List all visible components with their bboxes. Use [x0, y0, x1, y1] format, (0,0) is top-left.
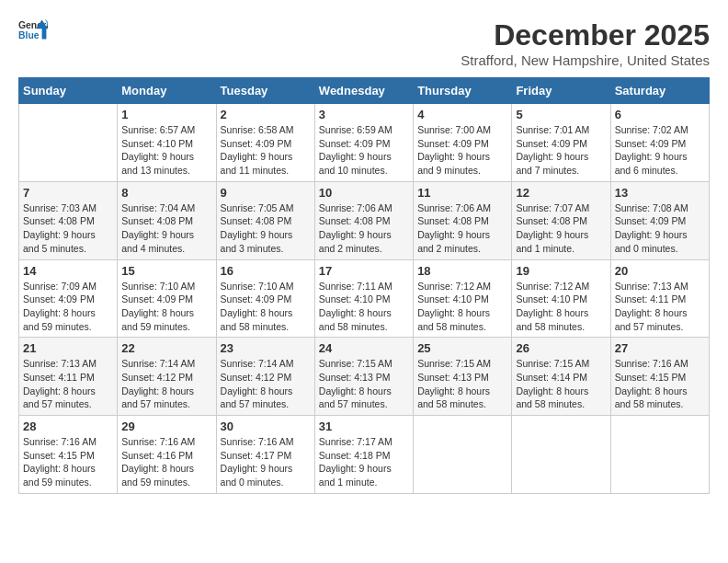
day-number: 27 [615, 341, 705, 355]
day-number: 22 [121, 341, 211, 355]
day-number: 11 [417, 186, 507, 200]
header-thursday: Thursday [414, 78, 512, 104]
day-number: 26 [516, 341, 606, 355]
day-cell: 29Sunrise: 7:16 AM Sunset: 4:16 PM Dayli… [118, 416, 216, 494]
day-cell: 25Sunrise: 7:15 AM Sunset: 4:13 PM Dayli… [414, 338, 512, 416]
day-info: Sunrise: 7:10 AM Sunset: 4:09 PM Dayligh… [121, 280, 211, 334]
day-number: 4 [417, 108, 507, 121]
day-info: Sunrise: 7:12 AM Sunset: 4:10 PM Dayligh… [417, 280, 507, 334]
day-cell: 15Sunrise: 7:10 AM Sunset: 4:09 PM Dayli… [118, 259, 216, 338]
day-number: 12 [516, 186, 606, 200]
day-cell: 14Sunrise: 7:09 AM Sunset: 4:09 PM Dayli… [19, 259, 118, 338]
day-info: Sunrise: 7:14 AM Sunset: 4:12 PM Dayligh… [121, 357, 211, 411]
day-number: 1 [121, 108, 211, 121]
day-number: 23 [221, 341, 311, 355]
day-cell: 8Sunrise: 7:04 AM Sunset: 4:08 PM Daylig… [118, 181, 216, 259]
day-cell: 20Sunrise: 7:13 AM Sunset: 4:11 PM Dayli… [610, 259, 709, 338]
day-cell: 1Sunrise: 6:57 AM Sunset: 4:10 PM Daylig… [118, 104, 216, 182]
day-info: Sunrise: 6:58 AM Sunset: 4:09 PM Dayligh… [221, 123, 311, 178]
day-number: 20 [615, 264, 705, 278]
day-number: 8 [121, 186, 211, 200]
header: General Blue December 2025 Strafford, Ne… [18, 18, 710, 68]
header-friday: Friday [512, 78, 610, 104]
day-cell: 26Sunrise: 7:15 AM Sunset: 4:14 PM Dayli… [512, 338, 610, 416]
day-info: Sunrise: 7:14 AM Sunset: 4:12 PM Dayligh… [221, 357, 311, 411]
day-number: 25 [417, 341, 507, 355]
day-info: Sunrise: 7:13 AM Sunset: 4:11 PM Dayligh… [615, 280, 705, 334]
day-info: Sunrise: 7:12 AM Sunset: 4:10 PM Dayligh… [516, 280, 606, 334]
day-number: 5 [516, 108, 606, 121]
svg-text:Blue: Blue [18, 30, 40, 40]
day-number: 18 [417, 264, 507, 278]
day-info: Sunrise: 6:57 AM Sunset: 4:10 PM Dayligh… [121, 123, 211, 178]
day-number: 28 [23, 419, 113, 433]
day-cell [414, 416, 512, 494]
day-number: 17 [319, 264, 409, 278]
day-cell: 2Sunrise: 6:58 AM Sunset: 4:09 PM Daylig… [216, 104, 314, 182]
header-tuesday: Tuesday [216, 78, 314, 104]
day-info: Sunrise: 7:08 AM Sunset: 4:09 PM Dayligh… [615, 201, 705, 256]
logo: General Blue [18, 18, 48, 44]
day-info: Sunrise: 7:16 AM Sunset: 4:15 PM Dayligh… [23, 435, 113, 489]
day-cell: 4Sunrise: 7:00 AM Sunset: 4:09 PM Daylig… [414, 104, 512, 182]
day-cell: 18Sunrise: 7:12 AM Sunset: 4:10 PM Dayli… [414, 259, 512, 338]
location-title: Strafford, New Hampshire, United States [461, 52, 710, 68]
day-cell: 24Sunrise: 7:15 AM Sunset: 4:13 PM Dayli… [314, 338, 413, 416]
day-info: Sunrise: 7:03 AM Sunset: 4:08 PM Dayligh… [23, 201, 113, 256]
day-cell: 5Sunrise: 7:01 AM Sunset: 4:09 PM Daylig… [512, 104, 610, 182]
day-info: Sunrise: 7:15 AM Sunset: 4:13 PM Dayligh… [319, 357, 409, 411]
header-saturday: Saturday [610, 78, 709, 104]
title-area: December 2025 Strafford, New Hampshire, … [461, 18, 710, 68]
day-cell: 16Sunrise: 7:10 AM Sunset: 4:09 PM Dayli… [216, 259, 314, 338]
day-number: 2 [221, 108, 311, 121]
month-title: December 2025 [461, 18, 710, 52]
day-cell: 3Sunrise: 6:59 AM Sunset: 4:09 PM Daylig… [314, 104, 413, 182]
day-number: 15 [121, 264, 211, 278]
day-cell [610, 416, 709, 494]
day-info: Sunrise: 7:01 AM Sunset: 4:09 PM Dayligh… [516, 123, 606, 178]
day-number: 7 [23, 186, 113, 200]
day-info: Sunrise: 7:00 AM Sunset: 4:09 PM Dayligh… [417, 123, 507, 178]
week-row-3: 14Sunrise: 7:09 AM Sunset: 4:09 PM Dayli… [19, 259, 710, 338]
week-row-2: 7Sunrise: 7:03 AM Sunset: 4:08 PM Daylig… [19, 181, 710, 259]
day-cell: 6Sunrise: 7:02 AM Sunset: 4:09 PM Daylig… [610, 104, 709, 182]
day-info: Sunrise: 7:02 AM Sunset: 4:09 PM Dayligh… [615, 123, 705, 178]
day-number: 31 [319, 419, 409, 433]
day-cell: 23Sunrise: 7:14 AM Sunset: 4:12 PM Dayli… [216, 338, 314, 416]
day-info: Sunrise: 7:16 AM Sunset: 4:16 PM Dayligh… [121, 435, 211, 489]
day-cell [19, 104, 118, 182]
day-cell: 9Sunrise: 7:05 AM Sunset: 4:08 PM Daylig… [216, 181, 314, 259]
calendar-table: SundayMondayTuesdayWednesdayThursdayFrid… [18, 77, 710, 494]
day-cell: 11Sunrise: 7:06 AM Sunset: 4:08 PM Dayli… [414, 181, 512, 259]
day-number: 16 [221, 264, 311, 278]
day-cell [512, 416, 610, 494]
day-info: Sunrise: 7:09 AM Sunset: 4:09 PM Dayligh… [23, 280, 113, 334]
week-row-4: 21Sunrise: 7:13 AM Sunset: 4:11 PM Dayli… [19, 338, 710, 416]
logo-icon: General Blue [18, 18, 48, 44]
day-cell: 19Sunrise: 7:12 AM Sunset: 4:10 PM Dayli… [512, 259, 610, 338]
day-info: Sunrise: 7:13 AM Sunset: 4:11 PM Dayligh… [23, 357, 113, 411]
day-info: Sunrise: 7:10 AM Sunset: 4:09 PM Dayligh… [221, 280, 311, 334]
day-info: Sunrise: 7:15 AM Sunset: 4:14 PM Dayligh… [516, 357, 606, 411]
header-sunday: Sunday [19, 78, 118, 104]
day-cell: 28Sunrise: 7:16 AM Sunset: 4:15 PM Dayli… [19, 416, 118, 494]
day-info: Sunrise: 7:15 AM Sunset: 4:13 PM Dayligh… [417, 357, 507, 411]
day-number: 21 [23, 341, 113, 355]
day-number: 9 [221, 186, 311, 200]
day-info: Sunrise: 7:16 AM Sunset: 4:15 PM Dayligh… [615, 357, 705, 411]
day-cell: 30Sunrise: 7:16 AM Sunset: 4:17 PM Dayli… [216, 416, 314, 494]
day-number: 30 [221, 419, 311, 433]
header-monday: Monday [118, 78, 216, 104]
day-number: 29 [121, 419, 211, 433]
day-cell: 31Sunrise: 7:17 AM Sunset: 4:18 PM Dayli… [314, 416, 413, 494]
day-cell: 10Sunrise: 7:06 AM Sunset: 4:08 PM Dayli… [314, 181, 413, 259]
day-info: Sunrise: 7:07 AM Sunset: 4:08 PM Dayligh… [516, 201, 606, 256]
day-number: 3 [319, 108, 409, 121]
day-info: Sunrise: 7:06 AM Sunset: 4:08 PM Dayligh… [319, 201, 409, 256]
day-cell: 13Sunrise: 7:08 AM Sunset: 4:09 PM Dayli… [610, 181, 709, 259]
day-cell: 12Sunrise: 7:07 AM Sunset: 4:08 PM Dayli… [512, 181, 610, 259]
day-cell: 21Sunrise: 7:13 AM Sunset: 4:11 PM Dayli… [19, 338, 118, 416]
day-info: Sunrise: 7:05 AM Sunset: 4:08 PM Dayligh… [221, 201, 311, 256]
day-number: 14 [23, 264, 113, 278]
day-cell: 22Sunrise: 7:14 AM Sunset: 4:12 PM Dayli… [118, 338, 216, 416]
